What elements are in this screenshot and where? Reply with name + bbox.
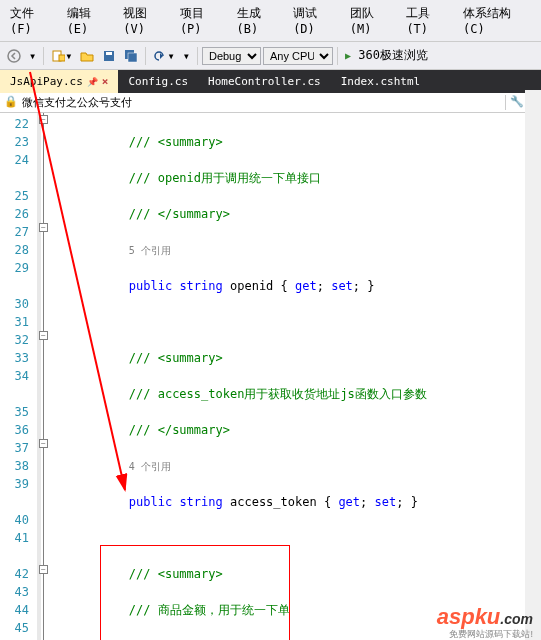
menu-debug[interactable]: 调试(D) bbox=[287, 2, 344, 39]
pin-icon[interactable]: 📌 bbox=[87, 77, 98, 87]
lock-icon: 🔒 bbox=[4, 95, 18, 110]
open-button[interactable] bbox=[77, 47, 97, 65]
platform-select[interactable]: Any CPU bbox=[263, 47, 333, 65]
svg-rect-6 bbox=[128, 53, 137, 62]
svg-rect-2 bbox=[59, 55, 65, 61]
close-icon[interactable]: × bbox=[102, 75, 109, 88]
tabbar: JsApiPay.cs📌× Config.cs HomeController.c… bbox=[0, 70, 541, 93]
code-area[interactable]: /// <summary> /// openid用于调用统一下单接口 /// <… bbox=[63, 113, 541, 640]
menubar: 文件(F) 编辑(E) 视图(V) 项目(P) 生成(B) 调试(D) 团队(M… bbox=[0, 0, 541, 42]
breadcrumb-text[interactable]: 微信支付之公众号支付 bbox=[22, 95, 132, 110]
nav-back-button[interactable] bbox=[4, 47, 24, 65]
config-select[interactable]: Debug bbox=[202, 47, 261, 65]
menu-build[interactable]: 生成(B) bbox=[231, 2, 288, 39]
saveall-button[interactable] bbox=[121, 47, 141, 65]
tab-config[interactable]: Config.cs bbox=[118, 70, 198, 93]
menu-arch[interactable]: 体系结构(C) bbox=[457, 2, 537, 39]
fold-toggle[interactable]: − bbox=[39, 223, 48, 232]
fold-toggle[interactable]: − bbox=[39, 439, 48, 448]
svg-point-0 bbox=[8, 50, 20, 62]
menu-edit[interactable]: 编辑(E) bbox=[61, 2, 118, 39]
nav-breadcrumb: 🔒 微信支付之公众号支付 🔧 W bbox=[0, 93, 541, 113]
fold-toggle[interactable]: − bbox=[39, 331, 48, 340]
save-button[interactable] bbox=[99, 47, 119, 65]
menu-view[interactable]: 视图(V) bbox=[117, 2, 174, 39]
redo-button[interactable]: ▾ bbox=[180, 47, 193, 65]
watermark: aspku.com 免费网站源码下载站! bbox=[437, 604, 533, 638]
fold-toggle[interactable]: − bbox=[39, 115, 48, 124]
tab-homecontroller[interactable]: HomeController.cs bbox=[198, 70, 331, 93]
fold-column: − − − − − bbox=[35, 113, 63, 640]
editor: 222324 2526272829 3031323334 3536373839 … bbox=[0, 113, 541, 640]
new-button[interactable]: ▾ bbox=[48, 47, 75, 65]
svg-rect-4 bbox=[106, 52, 112, 55]
menu-project[interactable]: 项目(P) bbox=[174, 2, 231, 39]
undo-button[interactable]: ▾ bbox=[150, 47, 177, 65]
menu-file[interactable]: 文件(F) bbox=[4, 2, 61, 39]
menu-tools[interactable]: 工具(T) bbox=[400, 2, 457, 39]
toolbar: ▾ ▾ ▾ ▾ Debug Any CPU ▶ 360极速浏览 bbox=[0, 42, 541, 70]
tab-index[interactable]: Index.cshtml bbox=[331, 70, 430, 93]
nav-fwd-button[interactable]: ▾ bbox=[26, 47, 39, 65]
menu-team[interactable]: 团队(M) bbox=[344, 2, 401, 39]
scrollbar-vertical[interactable] bbox=[525, 90, 541, 640]
line-gutter: 222324 2526272829 3031323334 3536373839 … bbox=[0, 113, 35, 640]
fold-toggle[interactable]: − bbox=[39, 565, 48, 574]
run-button[interactable]: ▶ 360极速浏览 bbox=[342, 45, 431, 66]
tab-jsapipay[interactable]: JsApiPay.cs📌× bbox=[0, 70, 118, 93]
